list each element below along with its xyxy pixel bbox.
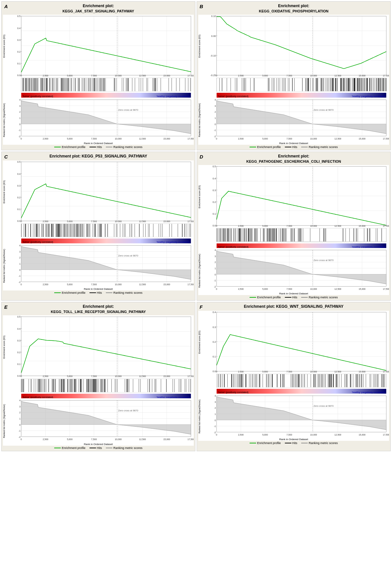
svg-text:17,500: 17,500 (383, 371, 389, 372)
svg-text:0.5: 0.5 (213, 165, 216, 168)
svg-text:-2: -2 (19, 135, 21, 138)
legend-hits: Hits (285, 441, 298, 445)
svg-text:2: 2 (215, 261, 216, 264)
svg-text:0.1: 0.1 (17, 363, 21, 366)
svg-text:0.1: 0.1 (213, 355, 216, 358)
svg-text:15,000: 15,000 (359, 74, 366, 76)
legend-enrichment: Enrichment profile (250, 296, 281, 299)
svg-text:0: 0 (21, 138, 22, 140)
svg-text:0.3: 0.3 (213, 326, 216, 329)
legend-ranking-text: Ranking metric scores (113, 145, 142, 149)
svg-text:0.2: 0.2 (17, 196, 21, 199)
color-bar-svg: 'tumor' (positively correlated)'healthy'… (8, 394, 194, 399)
svg-text:7,500: 7,500 (91, 375, 97, 377)
chart-legend: Enrichment profileHitsRanking metric sco… (198, 441, 389, 445)
legend-ranking-line (301, 443, 308, 443)
svg-text:5,000: 5,000 (67, 283, 73, 286)
legend-enrichment-line (54, 292, 61, 293)
svg-text:-1: -1 (19, 129, 21, 131)
color-bar-svg: 'tumor' (positively correlated)'healthy'… (8, 239, 194, 243)
svg-text:-0.25: -0.25 (210, 74, 216, 76)
svg-text:'tumor' (positively correlated: 'tumor' (positively correlated) (218, 95, 248, 98)
panel-b: BEnrichment plot:KEGG_OXIDATIVE_PHOSPHOR… (197, 1, 391, 150)
es-chart-svg: 0.00.10.20.30.402,5005,0007,50010,00012,… (204, 311, 389, 372)
svg-text:'healthy' (negatively correlat: 'healthy' (negatively correlated) (156, 240, 189, 243)
svg-text:7,500: 7,500 (286, 434, 292, 436)
chart-area-c: Enrichment score (ES)0.00.10.20.30.40.50… (3, 160, 194, 290)
hits-svg (8, 223, 194, 237)
svg-text:5,000: 5,000 (262, 74, 268, 76)
svg-text:17,500: 17,500 (188, 283, 194, 286)
legend-hits-line (285, 297, 291, 298)
svg-text:15,000: 15,000 (163, 438, 170, 441)
svg-text:2,500: 2,500 (43, 375, 48, 377)
chart-title-f: Enrichment plot: KEGG_WNT_SIGNALING_PATH… (198, 304, 389, 309)
svg-text:12,500: 12,500 (139, 220, 146, 222)
svg-text:10,000: 10,000 (310, 225, 317, 227)
svg-text:15,000: 15,000 (359, 225, 366, 227)
svg-text:17,500: 17,500 (188, 220, 194, 222)
x-axis-label: Rank in Ordered Dataset (3, 288, 194, 290)
svg-text:2,500: 2,500 (238, 434, 244, 436)
svg-text:15,000: 15,000 (163, 375, 170, 377)
ranked-chart-svg: Zero cross at 987043210-1-202,5005,0007,… (204, 99, 389, 140)
legend-enrichment-line (250, 297, 256, 298)
svg-text:0.3: 0.3 (17, 184, 21, 187)
x-axis-label: Rank in Ordered Dataset (198, 142, 389, 145)
ranked-chart-svg: Zero cross at 987043210-1-202,5005,0007,… (8, 99, 194, 140)
svg-text:15,000: 15,000 (163, 220, 170, 222)
svg-text:17,500: 17,500 (188, 74, 194, 76)
svg-text:1: 1 (215, 267, 216, 270)
x-axis-label: Rank in Ordered Dataset (198, 292, 389, 295)
es-chart-svg: -0.25-0.100.000.1002,5005,0007,50010,000… (204, 15, 389, 76)
main-grid: AEnrichment plot:KEGG_JAK_STAT_SIGNALING… (0, 0, 392, 453)
svg-text:12,500: 12,500 (139, 438, 146, 441)
svg-text:5,000: 5,000 (67, 438, 73, 441)
svg-text:3: 3 (215, 105, 216, 107)
svg-text:0.4: 0.4 (17, 26, 21, 29)
panel-label-c: C (4, 154, 8, 159)
legend-ranking-line (106, 147, 112, 147)
svg-text:3: 3 (19, 105, 21, 107)
legend-enrichment-text: Enrichment profile (257, 296, 281, 299)
legend-hits: Hits (90, 291, 102, 294)
svg-text:2: 2 (19, 412, 21, 414)
legend-hits-line (90, 448, 96, 448)
svg-text:4: 4 (215, 395, 216, 397)
svg-text:'tumor' (positively correlated: 'tumor' (positively correlated) (23, 95, 53, 98)
legend-ranking-text: Ranking metric scores (113, 291, 142, 294)
svg-text:0.5: 0.5 (17, 15, 21, 18)
panel-a: AEnrichment plot:KEGG_JAK_STAT_SIGNALING… (1, 1, 195, 150)
svg-text:5,000: 5,000 (262, 434, 268, 436)
svg-text:7,500: 7,500 (91, 74, 97, 76)
legend-ranking-line (106, 292, 112, 293)
y-axis-ranked-label: Ranked list metric (Signal2Noise) (3, 103, 8, 137)
legend-hits-line (90, 147, 96, 147)
svg-text:2,500: 2,500 (238, 138, 244, 140)
svg-text:12,500: 12,500 (335, 434, 341, 436)
svg-text:0.5: 0.5 (17, 316, 21, 319)
svg-text:15,000: 15,000 (359, 371, 366, 372)
svg-text:0: 0 (19, 424, 21, 426)
legend-ranking: Ranking metric scores (301, 441, 338, 445)
legend-enrichment: Enrichment profile (54, 145, 86, 149)
svg-text:0.1: 0.1 (17, 62, 21, 65)
svg-text:-1: -1 (19, 275, 21, 277)
panel-label-d: D (200, 154, 203, 159)
svg-text:0: 0 (215, 273, 216, 276)
legend-hits-line (285, 147, 291, 147)
es-chart-svg: 0.00.10.20.30.40.502,5005,0007,50010,000… (8, 315, 194, 377)
svg-text:0.0: 0.0 (17, 220, 21, 222)
svg-text:2,500: 2,500 (238, 288, 244, 290)
svg-text:-2: -2 (19, 436, 21, 438)
svg-text:'healthy' (negatively correlat: 'healthy' (negatively correlated) (156, 395, 189, 398)
hits-svg (204, 78, 389, 91)
svg-text:0.3: 0.3 (213, 189, 216, 192)
svg-text:Zero cross at 9870: Zero cross at 9870 (118, 254, 138, 257)
ranked-chart-svg: Zero cross at 987043210-1-202,5005,0007,… (204, 249, 389, 290)
legend-ranking: Ranking metric scores (106, 446, 142, 450)
svg-text:10,000: 10,000 (115, 138, 122, 140)
hits-svg (204, 374, 389, 388)
svg-text:10,000: 10,000 (115, 438, 122, 441)
svg-text:7,500: 7,500 (286, 371, 292, 372)
